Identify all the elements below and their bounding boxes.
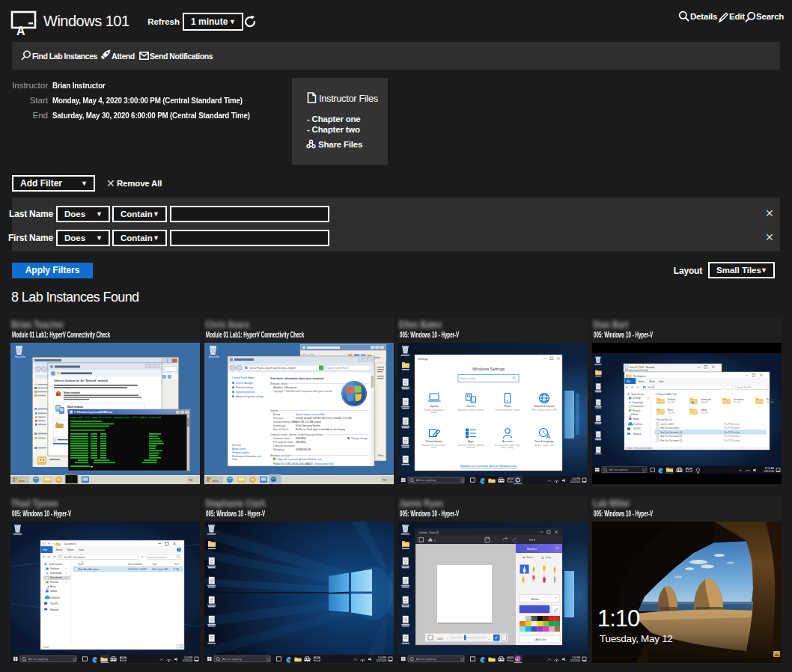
- svg-text:Copyright (c) 2009 Microsoft C: Copyright (c) 2009 Microsoft Corporation…: [70, 416, 162, 419]
- svg-text:This PC: This PC: [648, 386, 655, 389]
- svg-text:Date modified: Date modified: [128, 563, 142, 566]
- svg-text:Device Manager: Device Manager: [236, 382, 254, 385]
- svg-text:Marker: Marker: [531, 598, 540, 601]
- svg-text:Personalization: Personalization: [426, 440, 443, 443]
- svg-text:⌄ Recent files (5): ⌄ Recent files (5): [654, 418, 672, 421]
- svg-text:No Pen or Touch Input is avail: No Pen or Touch Input is available for t…: [296, 428, 345, 431]
- svg-text:Control Panel ▸ System and Sec: Control Panel ▸ System and Security ▸ Sy…: [249, 367, 296, 370]
- svg-text:PM: PM: [383, 479, 386, 482]
- svg-text:Share: Share: [67, 549, 74, 552]
- svg-text:This PC: This PC: [633, 427, 641, 430]
- svg-text:Intel(R) Xeon(R) CPU: Intel(R) Xeon(R) CPU E5-2673 v4 @ 2.30GH…: [296, 417, 353, 420]
- svg-text:Music: Music: [633, 413, 639, 416]
- svg-text:This PC: This PC: [767, 401, 774, 404]
- svg-text:Name: Name: [78, 563, 84, 566]
- svg-text:System: System: [430, 405, 439, 408]
- svg-text:Select: Select: [526, 556, 533, 559]
- svg-text:Desktop: Desktop: [633, 397, 641, 400]
- svg-text:Quick access: Quick access: [631, 393, 645, 396]
- svg-text:This PC: This PC: [668, 412, 675, 415]
- svg-text:Rating:: Rating:: [273, 413, 281, 416]
- svg-text:Settings: Settings: [418, 358, 428, 361]
- svg-text:Windows activation: Windows activation: [270, 454, 291, 457]
- svg-text:Network & Internet: Network & Internet: [534, 405, 554, 408]
- svg-text:This PC\Desktop: This PC\Desktop: [724, 431, 740, 434]
- svg-text:Tools: Tools: [232, 458, 238, 461]
- svg-text:+: +: [488, 638, 490, 641]
- svg-text:Pen and Touch:: Pen and Touch:: [273, 428, 289, 431]
- svg-text:3 days left to activate. Activ: 3 days left to activate. Activate Window…: [277, 458, 323, 461]
- svg-text:64-bit Operating System: 64-bit Operating System: [296, 424, 320, 427]
- svg-text:Start: Start: [19, 480, 25, 483]
- svg-text:This PC\Desktop: This PC\Desktop: [724, 435, 740, 438]
- svg-text:power: power: [431, 411, 437, 414]
- svg-text:Bora Bora Bora.docx: Bora Bora Bora.docx: [79, 568, 99, 571]
- svg-text:Copyright © 2009 Microsoft Cor: Copyright © 2009 Microsoft Corporation. …: [273, 390, 332, 393]
- svg-text:Share: Share: [649, 380, 655, 383]
- svg-text:This PC: This PC: [701, 401, 708, 404]
- svg-text:View: View: [79, 549, 85, 552]
- svg-text:System: System: [270, 409, 278, 412]
- svg-text:Search Control Panel: Search Control Panel: [327, 367, 349, 370]
- svg-text:features: features: [467, 446, 475, 449]
- svg-text:6/25/2019: 6/25/2019: [764, 470, 775, 473]
- svg-text:Advanced system settings: Advanced system settings: [236, 395, 264, 398]
- svg-text:New Text Document (4): New Text Document (4): [660, 431, 682, 434]
- svg-text:Videos: Videos: [633, 418, 639, 421]
- svg-text:Product ID: 00392-40000-00000-: Product ID: 00392-40000-00000-AA382 Chan…: [273, 462, 334, 465]
- svg-text:Wi-Fi, airplane mode, VPN: Wi-Fi, airplane mode, VPN: [531, 409, 557, 412]
- svg-text:work, family: work, family: [502, 446, 514, 449]
- svg-text:Computer name, domain, and wor: Computer name, domain, and workgroup set…: [270, 433, 323, 436]
- svg-text:+ Add color: + Add color: [533, 638, 546, 641]
- svg-text:Work network: Work network: [67, 406, 83, 409]
- svg-text:Control Panel Home: Control Panel Home: [232, 376, 255, 379]
- svg-text:Office Open XML ...: Office Open XML ...: [152, 568, 171, 571]
- svg-text:Action Center: Action Center: [232, 448, 246, 450]
- svg-text:WIN-MHQ: WIN-MHQ: [296, 441, 306, 444]
- svg-text:Network: Network: [633, 433, 642, 436]
- svg-text:Accounts: Accounts: [502, 440, 513, 443]
- svg-text:OneDrive: OneDrive: [50, 596, 60, 599]
- svg-text:C:\Windows\system32\CMD.exe: C:\Windows\system32\CMD.exe: [74, 411, 112, 414]
- svg-text:Link your Android, iPhone: Link your Android, iPhone: [496, 409, 520, 412]
- svg-text:WIN-MHQ: WIN-MHQ: [296, 437, 306, 440]
- svg-text:Search This PC: Search This PC: [737, 386, 752, 389]
- svg-text:New Text Document (2): New Text Document (2): [660, 439, 682, 442]
- svg-text:This PC: This PC: [734, 401, 741, 404]
- svg-text:This PC\Desktop: This PC\Desktop: [724, 423, 740, 426]
- svg-text:Quick access: Quick access: [49, 563, 63, 566]
- svg-text:Downloads: Downloads: [50, 572, 62, 575]
- svg-text:This PC\Desktop: This PC\Desktop: [724, 439, 740, 442]
- svg-text:June 25, 2019 - Notepad: June 25, 2019 - Notepad: [630, 366, 654, 369]
- svg-text:See also: See also: [232, 444, 241, 447]
- svg-text:Windows Update: Windows Update: [232, 451, 249, 454]
- svg-text:1:10: 1:10: [597, 605, 640, 632]
- svg-text:This PC\Desktop: This PC\Desktop: [724, 427, 740, 430]
- svg-text:This PC: This PC: [50, 602, 59, 605]
- svg-text:Full computer name:: Full computer name:: [273, 441, 294, 444]
- svg-text:Select a location for the 'Net: Select a location for the 'Network' netw…: [54, 379, 108, 382]
- svg-text:Documents: Documents: [64, 543, 77, 546]
- svg-text:colors: colors: [431, 446, 437, 449]
- svg-text:File Edit Format View Help: File Edit Format View Help: [625, 369, 648, 372]
- svg-text:Documents: Documents: [50, 576, 62, 579]
- svg-text:PM: PM: [189, 479, 192, 482]
- svg-text:View: View: [659, 380, 664, 383]
- svg-text:Tuesday, May 12: Tuesday, May 12: [600, 633, 673, 644]
- svg-text:Installed memory (RAM):: Installed memory (RAM):: [273, 421, 298, 424]
- svg-text:File: File: [43, 549, 48, 552]
- svg-text:−: −: [446, 638, 448, 641]
- svg-text:Change settings: Change settings: [351, 437, 368, 440]
- svg-text:Pictures: Pictures: [50, 581, 59, 584]
- svg-text:Crop: Crop: [546, 556, 551, 559]
- svg-text:Bluetooth, printers, mouse: Bluetooth, printers, mouse: [458, 409, 484, 412]
- svg-text:Find a setting: Find a setting: [460, 377, 475, 380]
- svg-text:Recycle Bin: Recycle Bin: [209, 355, 219, 358]
- svg-text:New Text Document: New Text Document: [660, 427, 679, 430]
- svg-text:Apps: Apps: [468, 440, 474, 443]
- svg-text:12 KB: 12 KB: [173, 568, 179, 571]
- svg-text:Type: Type: [152, 563, 157, 566]
- svg-text:New Text Document (3): New Text Document (3): [660, 435, 682, 438]
- svg-text:Computer name:: Computer name:: [273, 437, 290, 440]
- svg-text:100%: 100%: [437, 638, 443, 641]
